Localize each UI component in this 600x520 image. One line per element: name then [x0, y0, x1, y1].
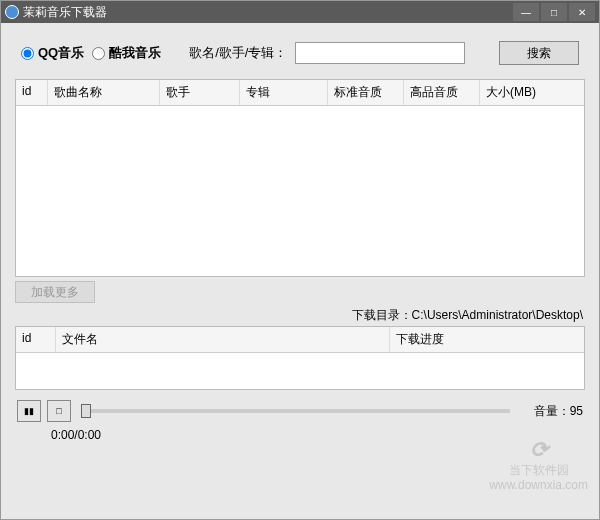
downloads-table: id 文件名 下载进度 — [15, 326, 585, 390]
stop-button[interactable]: □ — [47, 400, 71, 422]
search-input[interactable] — [295, 42, 465, 64]
col-size[interactable]: 大小(MB) — [480, 80, 584, 105]
window-title: 茉莉音乐下载器 — [23, 4, 511, 21]
search-label: 歌名/歌手/专辑： — [189, 44, 287, 62]
minimize-button[interactable]: — — [513, 3, 539, 21]
source-kuwo-radio[interactable]: 酷我音乐 — [92, 44, 161, 62]
load-more-button: 加载更多 — [15, 281, 95, 303]
dcol-filename[interactable]: 文件名 — [56, 327, 390, 352]
downloads-header-row: id 文件名 下载进度 — [16, 327, 584, 353]
app-icon — [5, 5, 19, 19]
downloads-body[interactable] — [16, 353, 584, 389]
col-hq-quality[interactable]: 高品音质 — [404, 80, 480, 105]
app-window: 茉莉音乐下载器 — □ ✕ QQ音乐 酷我音乐 歌名/歌手/专辑： 搜索 id … — [0, 0, 600, 520]
radio-kuwo-input[interactable] — [92, 47, 105, 60]
results-body[interactable] — [16, 106, 584, 276]
results-table: id 歌曲名称 歌手 专辑 标准音质 高品音质 大小(MB) — [15, 79, 585, 277]
source-qq-radio[interactable]: QQ音乐 — [21, 44, 84, 62]
search-bar: QQ音乐 酷我音乐 歌名/歌手/专辑： 搜索 — [15, 33, 585, 79]
radio-qq-label: QQ音乐 — [38, 44, 84, 62]
download-path-label: 下载目录： — [352, 308, 412, 322]
download-path-row: 下载目录：C:\Users\Administrator\Desktop\ — [15, 303, 585, 326]
download-path-value: C:\Users\Administrator\Desktop\ — [412, 308, 583, 322]
radio-kuwo-label: 酷我音乐 — [109, 44, 161, 62]
maximize-button[interactable]: □ — [541, 3, 567, 21]
col-artist[interactable]: 歌手 — [160, 80, 240, 105]
col-song[interactable]: 歌曲名称 — [48, 80, 160, 105]
close-button[interactable]: ✕ — [569, 3, 595, 21]
dcol-id[interactable]: id — [16, 327, 56, 352]
col-std-quality[interactable]: 标准音质 — [328, 80, 404, 105]
search-button[interactable]: 搜索 — [499, 41, 579, 65]
time-display: 0:00/0:00 — [15, 424, 585, 442]
progress-slider[interactable] — [81, 409, 510, 413]
play-pause-button[interactable]: ▮▮ — [17, 400, 41, 422]
titlebar: 茉莉音乐下载器 — □ ✕ — [1, 1, 599, 23]
col-album[interactable]: 专辑 — [240, 80, 328, 105]
volume-label: 音量：95 — [534, 403, 583, 420]
radio-qq-input[interactable] — [21, 47, 34, 60]
slider-thumb[interactable] — [81, 404, 91, 418]
dcol-progress[interactable]: 下载进度 — [390, 327, 584, 352]
col-id[interactable]: id — [16, 80, 48, 105]
content-area: QQ音乐 酷我音乐 歌名/歌手/专辑： 搜索 id 歌曲名称 歌手 专辑 标准音… — [1, 23, 599, 452]
results-header-row: id 歌曲名称 歌手 专辑 标准音质 高品音质 大小(MB) — [16, 80, 584, 106]
player-controls: ▮▮ □ 音量：95 — [15, 390, 585, 424]
